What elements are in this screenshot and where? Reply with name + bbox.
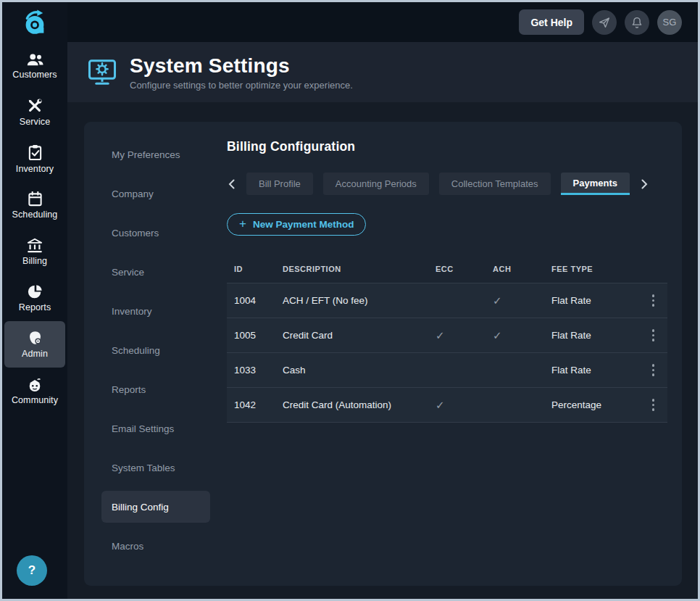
cell-id: 1005: [234, 330, 283, 341]
inventory-icon: [28, 144, 43, 161]
settings-nav-scheduling[interactable]: Scheduling: [101, 331, 210, 370]
cell-id: 1004: [234, 295, 283, 306]
app-logo[interactable]: [2, 2, 67, 43]
plus-icon: +: [239, 217, 246, 231]
billing-config-panel: Billing Configuration Bill Profile Accou…: [227, 122, 682, 586]
cell-description: ACH / EFT (No fee): [283, 295, 436, 306]
sidebar-item-scheduling[interactable]: Scheduling: [4, 182, 65, 228]
sidebar-item-service[interactable]: Service: [4, 89, 65, 136]
cell-id: 1033: [234, 365, 283, 376]
sidebar-item-label: Admin: [22, 349, 48, 359]
settings-nav-billing-config[interactable]: Billing Config: [101, 491, 210, 523]
reports-icon: [28, 284, 43, 299]
settings-nav-service[interactable]: Service: [101, 252, 210, 291]
table-row: 1033 Cash Flat Rate: [227, 352, 667, 387]
cell-fee-type: Flat Rate: [551, 295, 640, 306]
table-row: 1004 ACH / EFT (No fee) ✓ Flat Rate: [227, 283, 667, 318]
settings-nav-customers[interactable]: Customers: [101, 213, 210, 252]
sidebar-item-reports[interactable]: Reports: [4, 275, 65, 321]
chevron-right-icon: [641, 179, 648, 189]
col-ecc: ECC: [436, 265, 493, 273]
cell-id: 1042: [234, 399, 283, 410]
sidebar-item-admin[interactable]: Admin: [4, 321, 65, 368]
sidebar-item-community[interactable]: Community: [4, 368, 65, 414]
settings-nav-email-settings[interactable]: Email Settings: [101, 409, 210, 448]
cell-fee-type: Percentage: [551, 399, 640, 410]
page-subtitle: Configure settings to better optimize yo…: [130, 80, 353, 91]
settings-nav: My Preferences Company Customers Service…: [84, 122, 227, 586]
send-feedback-button[interactable]: [592, 10, 617, 35]
tab-accounting-periods[interactable]: Accounting Periods: [323, 173, 429, 195]
table-header: ID DESCRIPTION ECC ACH FEE TYPE: [227, 255, 667, 283]
tab-collection-templates[interactable]: Collection Templates: [439, 173, 551, 195]
cell-fee-type: Flat Rate: [551, 330, 640, 341]
main-area: My Preferences Company Customers Service…: [67, 102, 698, 599]
row-actions-menu-icon[interactable]: [649, 326, 658, 344]
row-actions-menu-icon[interactable]: [649, 361, 658, 379]
cell-description: Cash: [283, 365, 436, 376]
cell-description: Credit Card (Automation): [283, 399, 436, 410]
user-avatar[interactable]: SG: [657, 10, 682, 35]
tab-bill-profile[interactable]: Bill Profile: [246, 173, 313, 195]
payment-methods-table: ID DESCRIPTION ECC ACH FEE TYPE 1004 ACH…: [227, 255, 667, 423]
table-row: 1005 Credit Card ✓ ✓ Flat Rate: [227, 318, 667, 352]
col-id: ID: [234, 265, 283, 273]
settings-nav-macros[interactable]: Macros: [101, 526, 210, 565]
ecc-check: ✓: [436, 399, 493, 412]
tabs-scroll-left-button[interactable]: [227, 179, 236, 189]
page-header: System Settings Configure settings to be…: [67, 42, 698, 102]
sidebar-item-billing[interactable]: Billing: [4, 228, 65, 275]
tabs-bar: Bill Profile Accounting Periods Collecti…: [227, 173, 667, 195]
customers-icon: [26, 53, 43, 67]
ach-check: ✓: [493, 294, 551, 307]
tabs-scroll-right-button[interactable]: [640, 179, 649, 189]
sidebar-item-inventory[interactable]: Inventory: [4, 136, 65, 182]
help-question-icon: ?: [28, 563, 36, 578]
billing-icon: [27, 238, 43, 253]
section-title: Billing Configuration: [227, 139, 667, 154]
ach-check: ✓: [493, 329, 551, 342]
cell-fee-type: Flat Rate: [551, 365, 640, 376]
settings-card: My Preferences Company Customers Service…: [84, 122, 682, 586]
tab-payments[interactable]: Payments: [561, 173, 630, 195]
cell-description: Credit Card: [283, 330, 436, 341]
settings-nav-system-tables[interactable]: System Tables: [101, 448, 210, 487]
settings-nav-inventory[interactable]: Inventory: [101, 291, 210, 331]
sidebar-item-label: Scheduling: [12, 210, 58, 220]
col-ach: ACH: [493, 265, 551, 273]
service-icon: [27, 98, 43, 114]
settings-nav-company[interactable]: Company: [101, 174, 210, 213]
app-window: Customers Service Inventory: [0, 0, 700, 601]
help-button[interactable]: ?: [17, 555, 47, 586]
settings-nav-my-preferences[interactable]: My Preferences: [101, 135, 210, 174]
new-payment-method-button[interactable]: + New Payment Method: [227, 213, 366, 236]
app-sidebar: Customers Service Inventory: [2, 2, 67, 599]
brand-logo-icon: [22, 9, 48, 36]
bell-icon: [630, 16, 643, 29]
sidebar-item-label: Reports: [19, 302, 51, 312]
sidebar-item-label: Inventory: [16, 164, 54, 174]
table-row: 1042 Credit Card (Automation) ✓ Percenta…: [227, 387, 667, 422]
sidebar-item-label: Customers: [12, 70, 57, 80]
sidebar-item-label: Billing: [22, 256, 47, 266]
settings-nav-reports[interactable]: Reports: [101, 370, 210, 409]
paper-plane-icon: [598, 16, 611, 29]
new-payment-method-label: New Payment Method: [253, 219, 354, 230]
sidebar-item-customers[interactable]: Customers: [4, 43, 65, 89]
admin-icon: [28, 331, 43, 346]
notifications-button[interactable]: [625, 10, 649, 35]
chevron-left-icon: [228, 179, 235, 189]
community-icon: [27, 377, 43, 392]
top-bar: Get Help SG: [67, 2, 698, 42]
page-title: System Settings: [130, 54, 353, 78]
sidebar-item-label: Service: [20, 117, 50, 127]
system-settings-icon: [87, 59, 117, 86]
get-help-button[interactable]: Get Help: [519, 9, 584, 35]
row-actions-menu-icon[interactable]: [649, 291, 658, 310]
scheduling-icon: [28, 191, 43, 207]
row-actions-menu-icon[interactable]: [649, 396, 658, 414]
ecc-check: ✓: [436, 329, 493, 342]
sidebar-item-label: Community: [12, 395, 58, 405]
col-fee-type: FEE TYPE: [551, 265, 640, 273]
col-description: DESCRIPTION: [283, 265, 436, 273]
